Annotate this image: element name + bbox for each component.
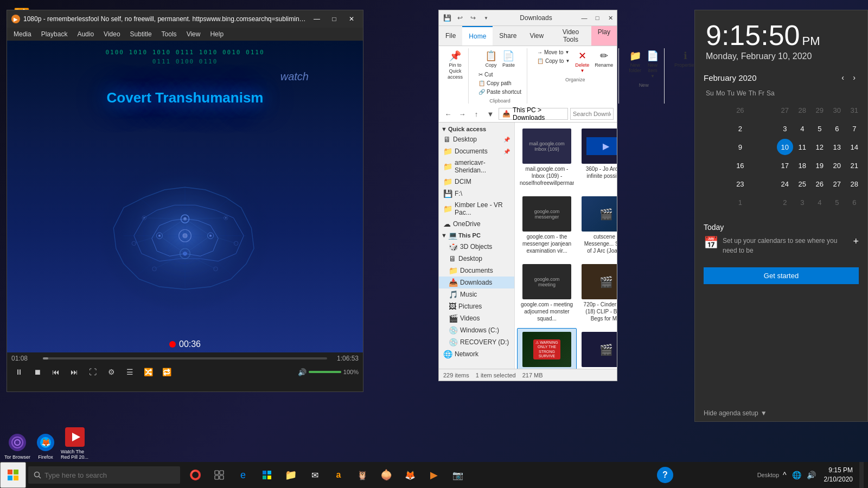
cal-day-4[interactable]: 4 (794, 120, 810, 137)
cal-day-7b[interactable]: 7 (864, 194, 868, 210)
cal-day-17[interactable]: 17 (777, 157, 793, 174)
sidebar-item-music[interactable]: 🎵 Music (439, 288, 514, 300)
vlc-menu-tools[interactable]: Tools (157, 29, 181, 39)
tab-play[interactable]: Play (591, 26, 617, 46)
cal-day-5[interactable]: 5 (812, 120, 828, 137)
taskbar-edge-icon[interactable]: e (232, 462, 254, 488)
back-button[interactable]: ← (442, 108, 454, 120)
bottom-app-watch[interactable]: Watch TheRed Pill 20... (61, 426, 88, 460)
file-item-0[interactable]: mail.google.comInbox (109) mail.google.c… (517, 125, 577, 190)
cal-day-9[interactable]: 9 (732, 139, 748, 155)
vlc-maximize-button[interactable]: □ (327, 12, 341, 26)
cal-day-8[interactable]: 8 (864, 120, 868, 137)
sidebar-item-videos[interactable]: 🎬 Videos (439, 312, 514, 324)
cal-day-30a[interactable]: 30 (829, 102, 845, 118)
tab-share[interactable]: Share (493, 26, 523, 46)
explorer-maximize-button[interactable]: □ (591, 11, 604, 24)
cal-day-12[interactable]: 12 (812, 139, 828, 155)
recent-locations-button[interactable]: ▼ (484, 108, 496, 120)
taskbar-clock[interactable]: 9:15 PM 2/10/2020 (820, 466, 857, 484)
cal-day-13[interactable]: 13 (829, 139, 845, 155)
cal-day-1a[interactable]: 1 (864, 102, 868, 118)
cal-day-7[interactable]: 7 (846, 120, 863, 137)
sidebar-item-windows-c[interactable]: 💿 Windows (C:) (439, 324, 514, 336)
cal-day-24[interactable]: 24 (777, 176, 793, 192)
tab-home[interactable]: Home (462, 26, 493, 46)
vlc-extended-button[interactable]: ⚙ (104, 364, 119, 380)
cal-day-3b[interactable]: 3 (794, 194, 810, 210)
vlc-close-button[interactable]: ✕ (344, 12, 359, 26)
copy-button[interactable]: 📋 Copy (483, 48, 499, 69)
new-folder-button[interactable]: 📁 Newfolder (627, 48, 643, 75)
vlc-loop-button[interactable]: 🔁 (159, 364, 174, 380)
cal-day-25[interactable]: 25 (794, 176, 810, 192)
search-input-taskbar[interactable] (44, 471, 153, 479)
address-path[interactable]: 📥 This PC > Downloads (499, 108, 568, 120)
vlc-playlist-button[interactable]: ☰ (122, 364, 137, 380)
cal-day-31a[interactable]: 31 (846, 102, 863, 118)
add-event-button[interactable]: + (853, 236, 859, 247)
taskbar-folder-icon[interactable]: 📁 (280, 462, 302, 488)
cal-day-14[interactable]: 14 (846, 139, 863, 155)
hide-agenda-setup[interactable]: Hide agenda setup ▼ (695, 405, 867, 421)
qa-save-button[interactable]: 💾 (441, 12, 453, 24)
sidebar-item-documents2[interactable]: 📁 Documents (439, 265, 514, 277)
file-item-3[interactable]: 🎬 cutscene - Messenge... Story of J Arc … (579, 192, 617, 258)
file-item-4[interactable]: google.commeeting google.com - meeting a… (517, 260, 577, 326)
cal-day-28b[interactable]: 28 (846, 176, 863, 192)
taskbar-onion-icon[interactable]: 🧅 (375, 462, 397, 488)
rename-button[interactable]: ✏ Rename (592, 48, 615, 69)
taskbar-mail-icon[interactable]: ✉ (304, 462, 326, 488)
vlc-menu-playback[interactable]: Playback (37, 29, 72, 39)
calendar-next-button[interactable]: › (850, 72, 859, 83)
sidebar-item-f-drive[interactable]: 💾 F:\ (439, 188, 514, 200)
cut-button[interactable]: ✂ Cut (476, 70, 524, 79)
copy-to-button[interactable]: 📋 Copy to ▼ (535, 57, 572, 65)
vlc-stop-button[interactable]: ⏹ (30, 364, 45, 380)
qa-undo-button[interactable]: ↩ (454, 12, 466, 24)
taskbar-task-view-icon[interactable] (208, 462, 230, 488)
delete-button[interactable]: ✕ Delete ▼ (573, 48, 591, 75)
new-item-button[interactable]: 📄 New item ▼ (644, 48, 661, 80)
vlc-menu-media[interactable]: Media (9, 29, 36, 39)
vlc-volume-bar[interactable] (309, 371, 341, 373)
vlc-play-pause-button[interactable]: ⏸ (11, 364, 27, 380)
cal-day-11[interactable]: 11 (794, 139, 810, 155)
sidebar-item-network[interactable]: 🌐 Network (439, 348, 514, 360)
file-item-1[interactable]: ▶ 360p - Jo Arc vs. infinite possibi... (579, 125, 617, 190)
vlc-menu-video[interactable]: Video (99, 29, 124, 39)
search-box[interactable] (570, 108, 614, 120)
vlc-shuffle-button[interactable]: 🔀 (141, 364, 156, 380)
cal-day-2b[interactable]: 2 (777, 194, 793, 210)
forward-button[interactable]: → (456, 108, 468, 120)
vlc-menu-audio[interactable]: Audio (73, 29, 98, 39)
sidebar-item-kimber[interactable]: 📁 Kimber Lee - VR Pac... (439, 200, 514, 218)
search-input[interactable] (573, 111, 611, 117)
taskbar-vlc2-icon[interactable]: ▶ (423, 462, 445, 488)
sidebar-item-pictures[interactable]: 🖼 Pictures (439, 300, 514, 312)
quick-access-section[interactable]: ▼ Quick access (439, 125, 514, 133)
paste-shortcut-button[interactable]: 🔗 Paste shortcut (476, 88, 524, 96)
cal-day-6[interactable]: 6 (829, 120, 845, 137)
tray-volume-icon[interactable]: 🔊 (805, 471, 818, 479)
vlc-menu-help[interactable]: Help (206, 29, 228, 39)
move-to-button[interactable]: → Move to ▼ (535, 48, 572, 56)
cal-day-10-today[interactable]: 10 (777, 139, 793, 155)
sidebar-item-dcim[interactable]: 📁 DCIM (439, 176, 514, 188)
calendar-prev-button[interactable]: ‹ (838, 72, 847, 83)
vlc-video-area[interactable]: 0100 1010 1010 0111 1010 0010 0110 0111 … (7, 41, 363, 352)
vlc-fullscreen-button[interactable]: ⛶ (85, 364, 100, 380)
bottom-app-firefox[interactable]: 🦊 Firefox (35, 432, 56, 460)
taskbar-firefox2-icon[interactable]: 🦊 (399, 462, 421, 488)
tab-view[interactable]: View (523, 26, 550, 46)
cal-day-19[interactable]: 19 (812, 157, 828, 174)
copy-path-button[interactable]: 📋 Copy path (476, 79, 524, 87)
cal-day-26a[interactable]: 26 (732, 102, 748, 118)
paste-button[interactable]: 📄 Paste (500, 48, 517, 69)
start-button[interactable] (0, 462, 26, 488)
explorer-close-button[interactable]: ✕ (604, 11, 617, 24)
taskbar-store-icon[interactable] (256, 462, 278, 488)
cal-day-1b[interactable]: 1 (732, 194, 748, 210)
sidebar-item-onedrive[interactable]: ☁ OneDrive (439, 218, 514, 230)
file-item-2[interactable]: google.commessenger google.com - the mes… (517, 192, 577, 258)
